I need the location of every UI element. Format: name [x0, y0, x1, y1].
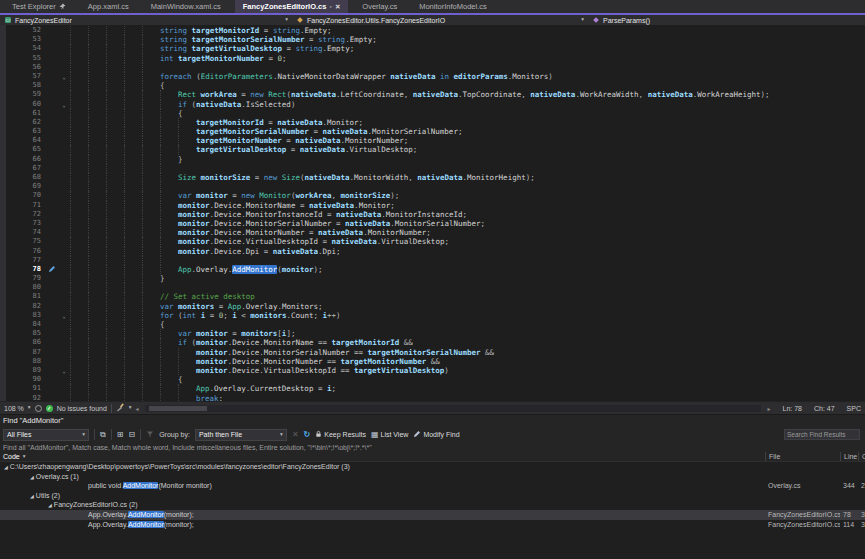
code-line[interactable]: 54string targetVirtualDesktop = string.E… [6, 44, 865, 53]
code-line[interactable]: 68Size monitorSize = new Size(nativeData… [6, 173, 865, 182]
expand-all-icon[interactable]: ⊞ [117, 431, 124, 439]
code-line[interactable]: 56 [6, 63, 865, 72]
tree-expand-icon[interactable]: ◢ [48, 502, 52, 508]
code-line[interactable]: 74monitor.Device.MonitorNumber = nativeD… [6, 228, 865, 237]
tree-expand-icon[interactable]: ◢ [30, 493, 34, 499]
code-line[interactable]: 73monitor.Device.MonitorSerialNumber = n… [6, 219, 865, 228]
tab-fancyzoneseditorio-cs[interactable]: FancyZonesEditorIO.cs●✕ [235, 0, 349, 13]
tree-expand-icon[interactable]: ◢ [30, 474, 34, 480]
zoom-caret-icon[interactable]: ▾ [28, 405, 31, 411]
column-header-column[interactable]: C [858, 452, 865, 461]
code-line[interactable]: 80 [6, 283, 865, 292]
member-dropdown[interactable]: ParseParams() [588, 15, 865, 25]
code-line[interactable]: 76monitor.Device.Dpi = nativeData.Dpi; [6, 247, 865, 256]
indent-guide [160, 265, 178, 274]
code-line[interactable]: 84{ [6, 320, 865, 329]
results-group-row[interactable]: ◢Overlay.cs (1) [0, 472, 865, 482]
results-match-row[interactable]: App.Overlay.AddMonitor(monitor);FancyZon… [0, 510, 865, 520]
code-line[interactable]: 70var monitor = new Monitor(workArea, mo… [6, 191, 865, 200]
collapse-all-icon[interactable]: ⊟ [128, 431, 135, 439]
pin-icon[interactable] [59, 3, 66, 10]
clear-results-icon[interactable]: ✕ [292, 431, 299, 439]
project-dropdown[interactable]: C# FancyZonesEditor ▾ [0, 15, 292, 25]
code-line[interactable]: 69 [6, 182, 865, 191]
code-line[interactable]: 62targetMonitorId = nativeData.Monitor; [6, 118, 865, 127]
scope-dropdown[interactable]: All Files ▾ [3, 429, 89, 441]
code-line[interactable]: 78App.Overlay.AddMonitor(monitor); [6, 265, 865, 274]
code-line[interactable]: 57⌄foreach (EditorParameters.NativeMonit… [6, 72, 865, 81]
results-group-row[interactable]: ◢Utils (2) [0, 491, 865, 501]
code-line[interactable]: 79} [6, 274, 865, 283]
code-line[interactable]: 91App.Overlay.CurrentDesktop = i; [6, 384, 865, 393]
modify-find-button[interactable]: Modify Find [413, 430, 459, 439]
code-line[interactable]: 88monitor.Device.MonitorNumber == target… [6, 357, 865, 366]
document-health-icon[interactable] [35, 405, 42, 412]
tree-expand-icon[interactable]: ◢ [4, 464, 8, 470]
column-indicator[interactable]: Ch: 47 [814, 405, 835, 412]
code-line[interactable]: 58{ [6, 81, 865, 90]
tab-app-xaml-cs[interactable]: App.xaml.cs [80, 0, 137, 13]
tab-monitorinfomodel-cs[interactable]: MonitorInfoModel.cs [411, 0, 495, 13]
code-line[interactable]: 72monitor.Device.MonitorInstanceId = nat… [6, 210, 865, 219]
code-line[interactable]: 52string targetMonitorId = string.Empty; [6, 26, 865, 35]
fold-chevron-icon[interactable]: ⌄ [58, 100, 70, 109]
refresh-icon[interactable]: ↻ [304, 431, 311, 439]
code-line[interactable]: 63targetMonitorSerialNumber = nativeData… [6, 127, 865, 136]
type-dropdown[interactable]: FancyZonesEditor.Utils.FancyZonesEditorI… [292, 15, 588, 25]
code-tab[interactable]: Code ▾ [0, 453, 26, 460]
health-status-text[interactable]: No issues found [57, 405, 107, 412]
list-view-button[interactable]: ▦ List View [371, 431, 408, 439]
code-line[interactable]: 87monitor.Device.MonitorSerialNumber == … [6, 348, 865, 357]
code-line[interactable]: 64targetMonitorNumber = nativeData.Monit… [6, 136, 865, 145]
code-line[interactable]: 90{ [6, 375, 865, 384]
fold-chevron-icon[interactable]: ⌄ [58, 366, 70, 375]
zoom-level[interactable]: 108 % [4, 405, 24, 412]
code-line[interactable]: 59Rect workArea = new Rect(nativeData.Le… [6, 90, 865, 99]
column-header-line[interactable]: Line [840, 452, 858, 461]
code-editor[interactable]: 52string targetMonitorId = string.Empty;… [0, 25, 865, 401]
scrollbar-thumb[interactable] [149, 406, 207, 411]
code-line[interactable]: 71monitor.Device.MonitorName = nativeDat… [6, 201, 865, 210]
code-line[interactable]: 53string targetMonitorSerialNumber = str… [6, 35, 865, 44]
code-line[interactable]: 92break; [6, 394, 865, 402]
code-line[interactable]: 60⌄if (nativeData.IsSelected) [6, 100, 865, 109]
results-match-row[interactable]: public void AddMonitor(Monitor monitor)O… [0, 481, 865, 491]
keep-results-button[interactable]: Keep Results [315, 430, 366, 439]
copy-icon[interactable]: ⧉ [100, 431, 106, 439]
code-line[interactable]: 61{ [6, 109, 865, 118]
code-line[interactable]: 83⌄for (int i = 0; i < monitors.Count; i… [6, 311, 865, 320]
code-line[interactable]: 81// Set active desktop [6, 292, 865, 301]
tab-overlay-cs[interactable]: Overlay.cs [354, 0, 405, 13]
line-indicator[interactable]: Ln: 78 [783, 405, 802, 412]
results-group-row[interactable]: ◢C:\Users\zhaopengwang\Desktop\powertoys… [0, 462, 865, 472]
broom-caret-icon[interactable]: ▾ [129, 405, 132, 411]
tab-mainwindow-xaml-cs[interactable]: MainWindow.xaml.cs [143, 0, 229, 13]
code-line[interactable]: 65targetVirtualDesktop = nativeData.Virt… [6, 145, 865, 154]
space-mode-indicator[interactable]: SPC [847, 405, 861, 412]
scroll-right-icon[interactable]: ▸ [767, 405, 770, 412]
search-find-results-input[interactable] [784, 429, 860, 440]
code-line[interactable]: 82var monitors = App.Overlay.Monitors; [6, 302, 865, 311]
code-line[interactable]: 75monitor.Device.VirtualDesktopId = nati… [6, 237, 865, 246]
column-header-file[interactable]: File [765, 452, 840, 461]
group-by-dropdown[interactable]: Path then File ▾ [195, 429, 287, 441]
close-icon[interactable]: ✕ [335, 3, 340, 11]
code-line[interactable]: 67 [6, 164, 865, 173]
line-number: 70 [6, 191, 46, 200]
fold-chevron-icon[interactable]: ⌄ [58, 311, 70, 320]
code-line[interactable]: 55int targetMonitorNumber = 0; [6, 54, 865, 63]
code-cleanup-broom-icon[interactable] [116, 403, 125, 413]
scroll-left-icon[interactable]: ◂ [136, 405, 139, 412]
tab-test-explorer[interactable]: Test Explorer [4, 0, 74, 13]
results-match-row[interactable]: App.Overlay.AddMonitor(monitor);FancyZon… [0, 520, 865, 530]
code-line[interactable]: 85var monitor = monitors[i]; [6, 329, 865, 338]
code-line[interactable]: 66} [6, 155, 865, 164]
filter-icon[interactable] [146, 430, 154, 440]
indent-guide [124, 302, 142, 311]
code-line[interactable]: 77 [6, 256, 865, 265]
horizontal-scrollbar[interactable] [145, 405, 762, 412]
fold-chevron-icon[interactable]: ⌄ [58, 72, 70, 81]
code-line[interactable]: 89⌄monitor.Device.VirtualDesktopId == ta… [6, 366, 865, 375]
code-line[interactable]: 86if (monitor.Device.MonitorName == targ… [6, 338, 865, 347]
results-group-row[interactable]: ◢FancyZonesEditorIO.cs (2) [0, 500, 865, 510]
